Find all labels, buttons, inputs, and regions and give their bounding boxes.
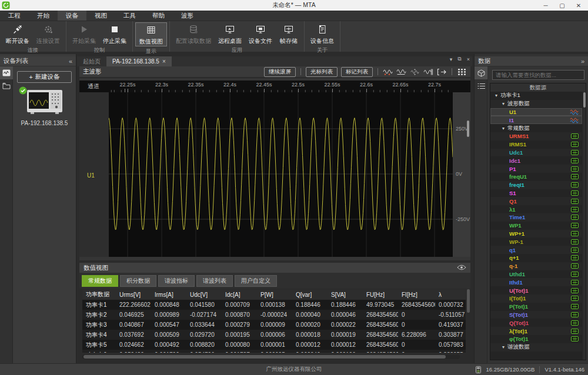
visibility-eye-icon[interactable] <box>457 264 466 270</box>
table-column-header[interactable]: Udc[V] <box>186 289 222 300</box>
caret-down-icon[interactable]: ▾ <box>502 126 505 131</box>
table-column-header[interactable]: Idc[A] <box>222 289 257 300</box>
tree-item[interactable]: φ(Tot)1 <box>490 335 582 343</box>
table-row[interactable]: 功率卡1222.2666020.0008480.0415800.0007090.… <box>82 300 466 310</box>
numeric-tab[interactable]: 谐波列表 <box>196 275 233 287</box>
table-row[interactable]: 功率卡60.0594800.0017900.0547960.0017270.00… <box>82 350 466 353</box>
tree-item[interactable]: P1 <box>490 165 582 173</box>
numeric-badge-icon[interactable] <box>571 182 579 189</box>
numeric-badge-icon[interactable] <box>571 247 579 254</box>
tree-item[interactable]: Udc1 <box>490 149 582 157</box>
tree-item[interactable]: ▾常规数据 <box>490 124 582 132</box>
tree-item[interactable]: U1 <box>490 108 582 116</box>
numeric-badge-icon[interactable] <box>571 320 579 327</box>
table-column-header[interactable]: FU[Hz] <box>363 289 398 300</box>
tree-item[interactable]: IRMS1 <box>490 140 582 149</box>
numeric-badge-icon[interactable] <box>571 336 579 343</box>
data-list-icon[interactable] <box>475 79 487 92</box>
tree-item[interactable]: Q1 <box>490 197 582 205</box>
tree-item[interactable]: Time1 <box>490 213 582 222</box>
tree-item[interactable]: U(Tot)1 <box>490 286 582 294</box>
menu-tab[interactable]: 开始 <box>29 11 58 21</box>
numeric-tab[interactable]: 谐波指标 <box>158 275 195 287</box>
table-column-header[interactable]: FI[Hz] <box>398 289 435 300</box>
menu-tab[interactable]: 视图 <box>86 11 115 21</box>
numeric-badge-icon[interactable] <box>571 223 579 229</box>
table-column-header[interactable]: Q[var] <box>292 289 328 300</box>
continue-scroll-button[interactable]: 继续滚屏 <box>264 67 296 77</box>
tree-item[interactable]: q1 <box>490 246 582 254</box>
tree-item[interactable]: P(Tot)1 <box>490 303 582 311</box>
numeric-badge-icon[interactable] <box>571 142 579 148</box>
numeric-badge-icon[interactable] <box>571 304 579 310</box>
close-button[interactable]: ✕ <box>570 0 587 11</box>
waveform-channel-icon[interactable] <box>570 109 579 116</box>
tree-item[interactable]: Idc1 <box>490 156 582 165</box>
table-column-header[interactable]: λ <box>435 289 466 300</box>
numeric-badge-icon[interactable] <box>571 312 579 319</box>
tree-item[interactable]: Ithd1 <box>490 278 582 286</box>
numeric-badge-icon[interactable] <box>571 329 579 335</box>
tree-item[interactable]: I(Tot)1 <box>490 294 582 303</box>
table-hscrollbar[interactable] <box>82 354 460 359</box>
table-column-header[interactable]: Irms[A] <box>151 289 186 300</box>
table-row[interactable]: 功率卡30.0408670.0005470.0336440.0002790.00… <box>82 320 466 330</box>
export-waveform-icon[interactable] <box>437 68 447 76</box>
tree-item[interactable]: freqI1 <box>490 181 582 189</box>
document-tab[interactable]: 起始页 <box>77 56 106 66</box>
table-column-header[interactable]: Urms[V] <box>116 289 151 300</box>
wave-baseline-icon[interactable] <box>396 68 406 76</box>
menu-tab[interactable]: 设备 <box>58 11 86 21</box>
tree-scrollbar[interactable] <box>583 92 586 360</box>
tree-item[interactable]: ▾波形数据 <box>490 100 582 108</box>
tree-item[interactable]: WP+1 <box>490 230 582 238</box>
wave-markers-icon[interactable] <box>423 68 433 76</box>
disconnect-button[interactable]: 断开设备 <box>2 22 33 45</box>
marker-list-button[interactable]: 标记列表 <box>341 67 373 77</box>
menu-tab[interactable]: 帮助 <box>144 11 173 21</box>
maximize-button[interactable]: ▢ <box>554 0 570 11</box>
waveform-channel-icon[interactable] <box>570 118 579 125</box>
cursor-list-button[interactable]: 光标列表 <box>306 67 338 77</box>
frame-store-button[interactable]: 帧存储 <box>276 22 302 45</box>
numeric-badge-icon[interactable] <box>571 158 579 165</box>
numeric-badge-icon[interactable] <box>571 288 579 294</box>
add-device-button[interactable]: + 新建设备 <box>17 71 72 83</box>
numeric-tab[interactable]: 常规数据 <box>82 275 118 287</box>
tree-item[interactable]: ▾功率卡1 <box>490 92 582 100</box>
matrix-view-icon[interactable] <box>457 68 467 76</box>
numeric-badge-icon[interactable] <box>571 272 579 278</box>
menu-tab[interactable]: 波形 <box>173 11 202 21</box>
collapse-panel-button[interactable]: « <box>69 58 72 65</box>
menu-tab[interactable]: 工程 <box>0 11 29 21</box>
document-tab[interactable]: PA-192.168.138.5× <box>106 56 172 66</box>
numeric-badge-icon[interactable] <box>571 296 579 302</box>
table-row[interactable]: 功率卡40.0376920.0005090.0297200.0001950.00… <box>82 330 466 340</box>
tree-item[interactable]: I1 <box>490 116 582 124</box>
tree-item[interactable]: S(Tot)1 <box>490 311 582 319</box>
tree-item[interactable]: ▾谐波数据 <box>490 343 582 351</box>
numeric-badge-icon[interactable] <box>571 255 579 262</box>
numeric-badge-icon[interactable] <box>571 199 579 205</box>
numeric-badge-icon[interactable] <box>571 263 579 270</box>
numeric-badge-icon[interactable] <box>571 239 579 246</box>
numeric-badge-icon[interactable] <box>571 166 579 173</box>
tree-item[interactable]: q-1 <box>490 262 582 270</box>
remote-desktop-button[interactable]: 远程桌面 <box>215 22 245 45</box>
tree-item[interactable]: WP-1 <box>490 237 582 246</box>
numeric-tab[interactable]: 用户自定义 <box>235 275 277 287</box>
caret-down-icon[interactable]: ▾ <box>502 344 505 350</box>
tree-item[interactable]: URMS1 <box>490 132 582 140</box>
tree-item[interactable]: Uthd1 <box>490 270 582 279</box>
numeric-badge-icon[interactable] <box>571 174 579 180</box>
menu-tab[interactable]: 工具 <box>115 11 144 21</box>
table-column-header[interactable]: S[VA] <box>328 289 363 300</box>
minimize-button[interactable]: ─ <box>537 0 554 11</box>
table-row[interactable]: 功率卡20.0469250.000989-0.0271740.000870-0.… <box>82 310 466 320</box>
close-view-icon[interactable]: × <box>467 56 470 62</box>
numeric-tab[interactable]: 积分数据 <box>120 275 156 287</box>
stop-button[interactable]: 停止采集 <box>99 22 130 45</box>
wave-fit-icon[interactable] <box>410 68 420 76</box>
tree-item[interactable]: λ1 <box>490 205 582 213</box>
waveform-plot[interactable] <box>109 92 453 257</box>
